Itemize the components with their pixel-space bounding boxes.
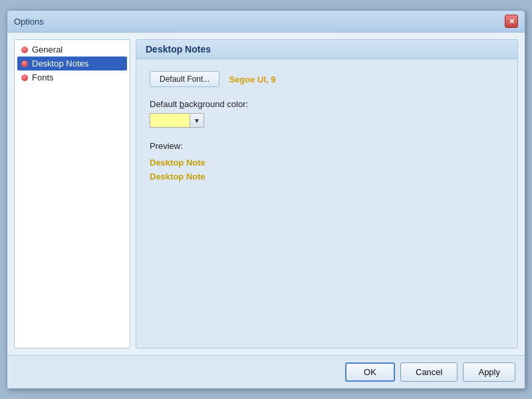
sidebar-item-general[interactable]: General [17, 43, 127, 57]
dialog-body: General Desktop Notes Fonts Desktop Note… [7, 33, 525, 355]
ok-button[interactable]: OK [345, 362, 395, 382]
sidebar-item-desktop-notes[interactable]: Desktop Notes [17, 57, 127, 70]
content-body: Default Font... Segoe UI, 9 Default back… [136, 59, 517, 348]
preview-note-line2: Desktop Note [150, 170, 504, 184]
sidebar-label-general: General [32, 45, 63, 55]
sidebar-label-desktop-notes: Desktop Notes [32, 59, 88, 68]
default-font-button[interactable]: Default Font... [150, 71, 219, 87]
sidebar: General Desktop Notes Fonts [14, 39, 130, 348]
sidebar-label-fonts: Fonts [32, 72, 54, 82]
dialog-footer: OK Cancel Apply [7, 355, 525, 388]
content-title: Desktop Notes [146, 44, 211, 55]
color-swatch[interactable] [150, 113, 190, 128]
options-dialog: Options ✕ General Desktop Notes Fonts De… [7, 10, 525, 389]
cancel-button[interactable]: Cancel [400, 362, 458, 382]
bullet-icon [21, 74, 28, 81]
preview-note-line1: Desktop Note [150, 156, 504, 170]
font-display: Segoe UI, 9 [229, 74, 275, 84]
color-picker-row: ▼ [150, 113, 504, 128]
bullet-icon [21, 47, 28, 53]
preview-label: Preview: [150, 141, 504, 151]
content-header: Desktop Notes [136, 40, 517, 59]
color-dropdown-button[interactable]: ▼ [190, 113, 204, 128]
sidebar-item-fonts[interactable]: Fonts [17, 70, 127, 84]
title-bar: Options ✕ [7, 11, 525, 33]
dialog-title: Options [14, 17, 44, 27]
apply-button[interactable]: Apply [463, 362, 515, 382]
font-row: Default Font... Segoe UI, 9 [150, 71, 504, 87]
bg-color-label: Default background color: [150, 99, 504, 109]
content-panel: Desktop Notes Default Font... Segoe UI, … [136, 39, 518, 348]
bullet-icon [21, 61, 28, 67]
close-button[interactable]: ✕ [505, 15, 518, 28]
